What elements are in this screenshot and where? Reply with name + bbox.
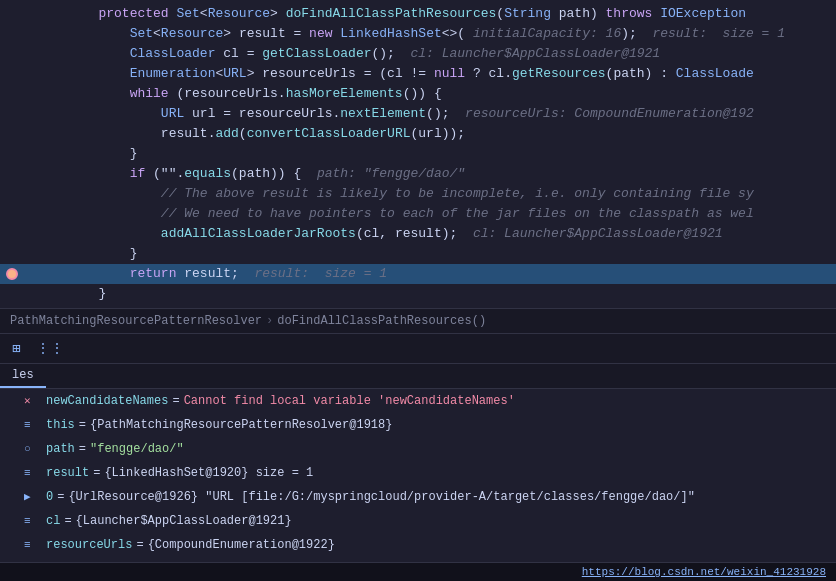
code-content: return result; result: size = 1 — [36, 264, 836, 284]
variable-eq: = — [79, 415, 86, 435]
main-container: protected Set<Resource> doFindAllClassPa… — [0, 0, 836, 581]
code-token: IOException — [660, 6, 746, 21]
code-token: result = — [239, 26, 309, 41]
breadcrumb-method: doFindAllClassPathResources() — [277, 314, 486, 328]
code-line: // We need to have pointers to each of t… — [0, 204, 836, 224]
code-line: addAllClassLoaderJarRoots(cl, result); c… — [0, 224, 836, 244]
var-type-icon: ≡ — [24, 511, 42, 531]
variable-name: newCandidateNames — [46, 391, 168, 411]
tab-variables[interactable]: les — [0, 364, 46, 388]
variable-value: "fengge/dao/" — [90, 439, 184, 459]
code-token: convertClassLoaderURL — [247, 126, 411, 141]
variable-eq: = — [79, 439, 86, 459]
code-token: ? cl. — [473, 66, 512, 81]
variable-row: ○path = "fengge/dao/" — [0, 437, 836, 461]
code-token: String — [504, 6, 551, 21]
variable-eq: = — [136, 535, 143, 555]
code-token: result: size = 1 — [652, 26, 785, 41]
code-token: < — [200, 6, 208, 21]
code-token: > — [247, 66, 263, 81]
code-token: return — [130, 266, 185, 281]
code-token: // The above result is likely to be inco… — [161, 186, 754, 201]
code-content: } — [36, 144, 836, 164]
code-token: ( — [239, 126, 247, 141]
code-content: protected Set<Resource> doFindAllClassPa… — [36, 4, 836, 24]
code-token: cl: Launcher$AppClassLoader@1921 — [411, 46, 661, 61]
variable-row: ≡resourceUrls = {CompoundEnumeration@192… — [0, 533, 836, 557]
variable-row: ≡cl = {Launcher$AppClassLoader@1921} — [0, 509, 836, 533]
variable-name: result — [46, 463, 89, 483]
error-icon: ✕ — [24, 391, 42, 411]
toolbar-btn-1[interactable]: ⊞ — [8, 338, 24, 359]
variable-name: 0 — [46, 487, 53, 507]
code-content: while (resourceUrls.hasMoreElements()) { — [36, 84, 836, 104]
breakpoint-indicator[interactable] — [6, 268, 18, 280]
status-url[interactable]: https://blog.csdn.net/weixin_41231928 — [582, 566, 826, 578]
var-type-icon: ▶ — [24, 487, 42, 507]
code-token: ( — [496, 6, 504, 21]
code-token: new — [309, 26, 340, 41]
breadcrumb: PathMatchingResourcePatternResolver › do… — [0, 309, 836, 334]
code-content: URL url = resourceUrls.nextElement(); re… — [36, 104, 836, 124]
toolbar-btn-2[interactable]: ⋮⋮ — [32, 338, 68, 359]
code-token: ("". — [153, 166, 184, 181]
code-content: // The above result is likely to be inco… — [36, 184, 836, 204]
variable-value: {PathMatchingResourcePatternResolver@191… — [90, 415, 392, 435]
code-line: return result; result: size = 1 — [0, 264, 836, 284]
code-token: LinkedHashSet — [340, 26, 441, 41]
code-token: } — [130, 146, 138, 161]
code-editor: protected Set<Resource> doFindAllClassPa… — [0, 0, 836, 309]
code-token: cl: Launcher$AppClassLoader@1921 — [473, 226, 723, 241]
var-type-icon: ≡ — [24, 463, 42, 483]
code-token: (path)) { — [231, 166, 317, 181]
variable-row: ≡this = {PathMatchingResourcePatternReso… — [0, 413, 836, 437]
variable-eq: = — [57, 487, 64, 507]
code-token: path: "fengge/dao/" — [317, 166, 465, 181]
variable-row: ≡result = {LinkedHashSet@1920} size = 1 — [0, 461, 836, 485]
code-token: // We need to have pointers to each of t… — [161, 206, 754, 221]
variable-value: Cannot find local variable 'newCandidate… — [184, 391, 515, 411]
code-token: ClassLoader — [130, 46, 216, 61]
variable-eq: = — [172, 391, 179, 411]
code-token: nextElement — [340, 106, 426, 121]
code-token: result. — [161, 126, 216, 141]
variable-eq: = — [64, 511, 71, 531]
variable-name: cl — [46, 511, 60, 531]
code-token: doFindAllClassPathResources — [286, 6, 497, 21]
code-line: result.add(convertClassLoaderURL(url)); — [0, 124, 836, 144]
code-content: addAllClassLoaderJarRoots(cl, result); c… — [36, 224, 836, 244]
variable-name: resourceUrls — [46, 535, 132, 555]
code-token: < — [153, 26, 161, 41]
variable-value: {CompoundEnumeration@1922} — [148, 535, 335, 555]
code-token: resourceUrls = (cl != — [262, 66, 434, 81]
code-line: ClassLoader cl = getClassLoader(); cl: L… — [0, 44, 836, 64]
code-token: if — [130, 166, 153, 181]
code-content: ClassLoader cl = getClassLoader(); cl: L… — [36, 44, 836, 64]
variable-row: ▶0 = {UrlResource@1926} "URL [file:/G:/m… — [0, 485, 836, 509]
variable-value: {UrlResource@1926} "URL [file:/G:/myspri… — [68, 487, 695, 507]
code-line: } — [0, 144, 836, 164]
code-token: (); — [371, 46, 410, 61]
var-type-icon: ○ — [24, 439, 42, 459]
code-content: } — [36, 284, 836, 304]
code-token: Resource — [208, 6, 270, 21]
code-token: path) — [551, 6, 606, 21]
code-line: } — [0, 284, 836, 304]
code-token: throws — [606, 6, 661, 21]
code-token: addAllClassLoaderJarRoots — [161, 226, 356, 241]
code-line: protected Set<Resource> doFindAllClassPa… — [0, 4, 836, 24]
code-content: // We need to have pointers to each of t… — [36, 204, 836, 224]
var-type-icon: ≡ — [24, 415, 42, 435]
code-token: result; — [184, 266, 254, 281]
code-token: ()) { — [403, 86, 442, 101]
code-token: (path) : — [606, 66, 676, 81]
var-type-icon: ≡ — [24, 535, 42, 555]
code-token: result: size = 1 — [254, 266, 387, 281]
code-token: hasMoreElements — [286, 86, 403, 101]
code-token: add — [215, 126, 238, 141]
code-token: (url)); — [410, 126, 465, 141]
variable-row: ✕newCandidateNames = Cannot find local v… — [0, 389, 836, 413]
code-token: cl = — [215, 46, 262, 61]
code-token: while — [130, 86, 177, 101]
status-bar: https://blog.csdn.net/weixin_41231928 — [0, 562, 836, 581]
